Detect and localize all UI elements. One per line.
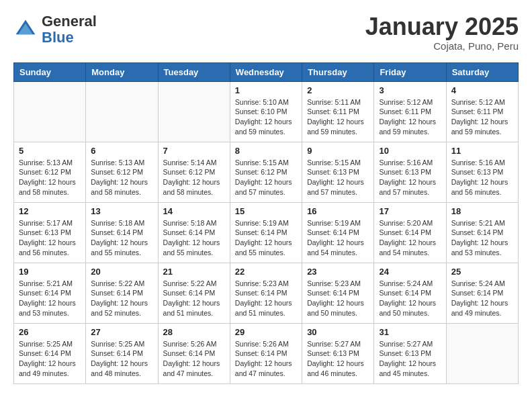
day-info: Sunrise: 5:11 AM Sunset: 6:11 PM Dayligh… (307, 97, 369, 137)
calendar-cell: 10Sunrise: 5:16 AM Sunset: 6:13 PM Dayli… (374, 142, 446, 202)
weekday-header: Friday (374, 62, 446, 81)
day-info: Sunrise: 5:20 AM Sunset: 6:14 PM Dayligh… (379, 218, 441, 258)
calendar-cell (446, 323, 518, 383)
day-number: 2 (307, 85, 369, 95)
calendar-cell: 3Sunrise: 5:12 AM Sunset: 6:11 PM Daylig… (374, 81, 446, 142)
calendar-cell: 5Sunrise: 5:13 AM Sunset: 6:12 PM Daylig… (14, 142, 86, 202)
week-row: 12Sunrise: 5:17 AM Sunset: 6:13 PM Dayli… (14, 202, 519, 263)
calendar-cell: 23Sunrise: 5:23 AM Sunset: 6:14 PM Dayli… (302, 263, 374, 323)
calendar-cell: 24Sunrise: 5:24 AM Sunset: 6:14 PM Dayli… (374, 263, 446, 323)
day-info: Sunrise: 5:25 AM Sunset: 6:14 PM Dayligh… (19, 339, 81, 379)
day-info: Sunrise: 5:21 AM Sunset: 6:14 PM Dayligh… (19, 279, 81, 318)
calendar-cell: 20Sunrise: 5:22 AM Sunset: 6:14 PM Dayli… (86, 263, 158, 323)
day-number: 17 (379, 206, 441, 216)
calendar-cell: 15Sunrise: 5:19 AM Sunset: 6:14 PM Dayli… (230, 202, 302, 263)
calendar: SundayMondayTuesdayWednesdayThursdayFrid… (13, 62, 519, 384)
day-info: Sunrise: 5:17 AM Sunset: 6:13 PM Dayligh… (19, 218, 81, 258)
day-info: Sunrise: 5:24 AM Sunset: 6:14 PM Dayligh… (379, 279, 441, 318)
logo-text: General Blue (42, 13, 97, 46)
weekday-header-row: SundayMondayTuesdayWednesdayThursdayFrid… (14, 62, 519, 81)
day-info: Sunrise: 5:16 AM Sunset: 6:13 PM Dayligh… (451, 158, 513, 197)
day-number: 9 (307, 146, 369, 156)
calendar-cell: 7Sunrise: 5:14 AM Sunset: 6:12 PM Daylig… (158, 142, 230, 202)
day-info: Sunrise: 5:27 AM Sunset: 6:13 PM Dayligh… (307, 339, 369, 379)
calendar-cell: 27Sunrise: 5:25 AM Sunset: 6:14 PM Dayli… (86, 323, 158, 383)
calendar-cell: 8Sunrise: 5:15 AM Sunset: 6:12 PM Daylig… (230, 142, 302, 202)
day-info: Sunrise: 5:26 AM Sunset: 6:14 PM Dayligh… (235, 339, 297, 379)
day-info: Sunrise: 5:19 AM Sunset: 6:14 PM Dayligh… (235, 218, 297, 258)
day-info: Sunrise: 5:23 AM Sunset: 6:14 PM Dayligh… (307, 279, 369, 318)
week-row: 26Sunrise: 5:25 AM Sunset: 6:14 PM Dayli… (14, 323, 519, 383)
day-number: 15 (235, 206, 297, 216)
day-number: 12 (19, 206, 81, 216)
calendar-cell: 19Sunrise: 5:21 AM Sunset: 6:14 PM Dayli… (14, 263, 86, 323)
calendar-cell: 18Sunrise: 5:21 AM Sunset: 6:14 PM Dayli… (446, 202, 518, 263)
weekday-header: Tuesday (158, 62, 230, 81)
calendar-cell: 21Sunrise: 5:22 AM Sunset: 6:14 PM Dayli… (158, 263, 230, 323)
calendar-cell: 29Sunrise: 5:26 AM Sunset: 6:14 PM Dayli… (230, 323, 302, 383)
weekday-header: Monday (86, 62, 158, 81)
day-number: 26 (19, 327, 81, 337)
day-info: Sunrise: 5:13 AM Sunset: 6:12 PM Dayligh… (19, 158, 81, 197)
weekday-header: Saturday (446, 62, 518, 81)
day-number: 13 (91, 206, 152, 216)
day-number: 27 (91, 327, 152, 337)
day-number: 24 (379, 267, 441, 277)
day-number: 21 (163, 267, 225, 277)
calendar-cell: 26Sunrise: 5:25 AM Sunset: 6:14 PM Dayli… (14, 323, 86, 383)
logo-blue-text: Blue (42, 29, 74, 46)
day-number: 22 (235, 267, 297, 277)
day-number: 18 (451, 206, 513, 216)
calendar-cell (14, 81, 86, 142)
calendar-cell: 11Sunrise: 5:16 AM Sunset: 6:13 PM Dayli… (446, 142, 518, 202)
day-number: 19 (19, 267, 81, 277)
day-number: 31 (379, 327, 441, 337)
calendar-cell: 2Sunrise: 5:11 AM Sunset: 6:11 PM Daylig… (302, 81, 374, 142)
day-number: 6 (91, 146, 152, 156)
calendar-cell: 6Sunrise: 5:13 AM Sunset: 6:12 PM Daylig… (86, 142, 158, 202)
logo-general-text: General (42, 13, 97, 30)
day-number: 29 (235, 327, 297, 337)
month-title: January 2025 (365, 13, 519, 40)
day-number: 28 (163, 327, 225, 337)
calendar-cell: 13Sunrise: 5:18 AM Sunset: 6:14 PM Dayli… (86, 202, 158, 263)
calendar-cell: 1Sunrise: 5:10 AM Sunset: 6:10 PM Daylig… (230, 81, 302, 142)
day-info: Sunrise: 5:13 AM Sunset: 6:12 PM Dayligh… (91, 158, 152, 197)
day-info: Sunrise: 5:21 AM Sunset: 6:14 PM Dayligh… (451, 218, 513, 258)
calendar-cell: 9Sunrise: 5:15 AM Sunset: 6:13 PM Daylig… (302, 142, 374, 202)
day-number: 20 (91, 267, 152, 277)
week-row: 19Sunrise: 5:21 AM Sunset: 6:14 PM Dayli… (14, 263, 519, 323)
day-number: 8 (235, 146, 297, 156)
day-number: 7 (163, 146, 225, 156)
day-info: Sunrise: 5:25 AM Sunset: 6:14 PM Dayligh… (91, 339, 152, 379)
day-info: Sunrise: 5:18 AM Sunset: 6:14 PM Dayligh… (91, 218, 152, 258)
day-info: Sunrise: 5:19 AM Sunset: 6:14 PM Dayligh… (307, 218, 369, 258)
day-info: Sunrise: 5:18 AM Sunset: 6:14 PM Dayligh… (163, 218, 225, 258)
day-info: Sunrise: 5:22 AM Sunset: 6:14 PM Dayligh… (91, 279, 152, 318)
day-number: 16 (307, 206, 369, 216)
day-info: Sunrise: 5:15 AM Sunset: 6:13 PM Dayligh… (307, 158, 369, 197)
weekday-header: Sunday (14, 62, 86, 81)
day-info: Sunrise: 5:23 AM Sunset: 6:14 PM Dayligh… (235, 279, 297, 318)
calendar-cell: 22Sunrise: 5:23 AM Sunset: 6:14 PM Dayli… (230, 263, 302, 323)
day-number: 14 (163, 206, 225, 216)
day-number: 30 (307, 327, 369, 337)
logo-icon (13, 17, 38, 42)
day-info: Sunrise: 5:12 AM Sunset: 6:11 PM Dayligh… (451, 97, 513, 137)
day-info: Sunrise: 5:12 AM Sunset: 6:11 PM Dayligh… (379, 97, 441, 137)
day-info: Sunrise: 5:14 AM Sunset: 6:12 PM Dayligh… (163, 158, 225, 197)
day-info: Sunrise: 5:27 AM Sunset: 6:13 PM Dayligh… (379, 339, 441, 379)
calendar-cell: 4Sunrise: 5:12 AM Sunset: 6:11 PM Daylig… (446, 81, 518, 142)
week-row: 1Sunrise: 5:10 AM Sunset: 6:10 PM Daylig… (14, 81, 519, 142)
location: Cojata, Puno, Peru (365, 40, 519, 52)
day-info: Sunrise: 5:15 AM Sunset: 6:12 PM Dayligh… (235, 158, 297, 197)
calendar-cell: 14Sunrise: 5:18 AM Sunset: 6:14 PM Dayli… (158, 202, 230, 263)
calendar-cell: 25Sunrise: 5:24 AM Sunset: 6:14 PM Dayli… (446, 263, 518, 323)
weekday-header: Wednesday (230, 62, 302, 81)
day-info: Sunrise: 5:22 AM Sunset: 6:14 PM Dayligh… (163, 279, 225, 318)
day-number: 25 (451, 267, 513, 277)
calendar-cell (158, 81, 230, 142)
page-header: General Blue January 2025 Cojata, Puno, … (13, 13, 519, 52)
day-number: 23 (307, 267, 369, 277)
day-number: 3 (379, 85, 441, 95)
